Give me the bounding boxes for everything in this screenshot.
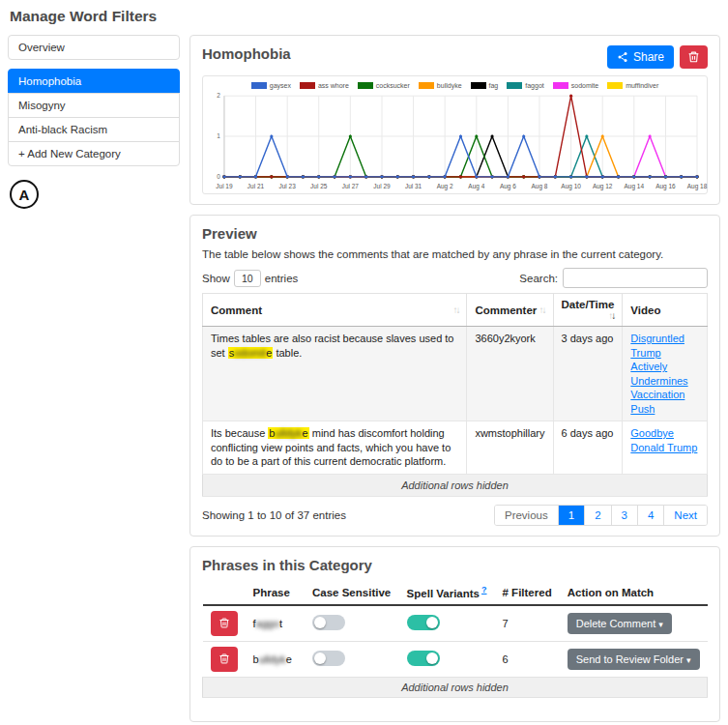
column-header-case-sensitive: Case Sensitive xyxy=(305,580,399,605)
pagination-previous[interactable]: Previous xyxy=(495,506,558,525)
video-cell: Goodbye Donald Trump xyxy=(623,421,708,475)
sidebar-group-categories: Homophobia Misogyny Anti-black Racism + … xyxy=(8,69,180,166)
column-header-datetime[interactable]: Date/Time↑↓ xyxy=(553,294,623,327)
delete-category-button[interactable] xyxy=(680,45,708,69)
svg-text:Aug 2: Aug 2 xyxy=(437,183,453,190)
column-header-delete xyxy=(203,580,246,605)
sort-icon[interactable]: ↑↓ xyxy=(539,304,545,315)
table-controls: Show10entries Search: xyxy=(202,268,708,288)
filtered-count: 6 xyxy=(495,641,560,677)
show-label: Show xyxy=(202,273,230,284)
sidebar-item-anti-black-racism[interactable]: Anti-black Racism xyxy=(8,117,180,142)
entries-select[interactable]: 10 xyxy=(234,270,261,287)
legend-label: bulldyke xyxy=(437,82,462,89)
help-icon[interactable]: ? xyxy=(481,585,487,594)
pagination-page-1[interactable]: 1 xyxy=(558,506,584,525)
svg-text:Aug 16: Aug 16 xyxy=(655,183,676,190)
svg-text:2: 2 xyxy=(217,92,220,99)
filtered-count: 7 xyxy=(495,605,560,642)
sidebar-item-add-new-category[interactable]: + Add New Category xyxy=(8,141,180,166)
column-header-phrase: Phrase xyxy=(246,580,306,605)
legend-label: cocksucker xyxy=(376,82,410,89)
sidebar-item-homophobia[interactable]: Homophobia xyxy=(8,69,180,94)
entries-status: Showing 1 to 10 of 37 entries xyxy=(202,509,346,521)
chart-canvas: 012Jul 19Jul 21Jul 23Jul 25Jul 27Jul 29J… xyxy=(207,91,703,191)
action-cell: Send to Review Folder▾ xyxy=(560,641,708,677)
legend-swatch xyxy=(251,82,267,89)
legend-swatch xyxy=(358,82,373,89)
case-sensitive-toggle[interactable] xyxy=(312,651,345,666)
legend-item: ass whore xyxy=(300,82,349,89)
delete-phrase-button[interactable] xyxy=(211,647,238,672)
share-icon xyxy=(617,51,628,63)
legend-swatch xyxy=(607,82,623,89)
svg-text:Jul 31: Jul 31 xyxy=(405,183,422,189)
preview-table: ↑↓ Comment ↑↓ Commenter Date/Time↑↓ Vide… xyxy=(202,293,708,497)
comment-cell: Its because bulldyke mind has discomfort… xyxy=(203,421,467,475)
preview-card: Preview The table below shows the commen… xyxy=(189,215,720,536)
legend-label: muffindiver xyxy=(626,82,658,89)
svg-text:Aug 8: Aug 8 xyxy=(532,183,548,190)
spell-variants-toggle[interactable] xyxy=(407,615,440,630)
case-sensitive-cell xyxy=(305,605,399,642)
svg-text:0: 0 xyxy=(217,173,220,180)
sidebar-item-overview[interactable]: Overview xyxy=(8,35,180,60)
search-wrap: Search: xyxy=(519,268,708,288)
legend-swatch xyxy=(471,82,486,89)
preview-title: Preview xyxy=(202,225,708,242)
legend-item: sodomite xyxy=(553,82,598,89)
legend-item: gaysex xyxy=(251,82,291,89)
column-header-action: Action on Match xyxy=(560,580,708,605)
video-cell: Disgruntled Trump Actively Undermines Va… xyxy=(623,327,708,421)
column-header-comment[interactable]: ↑↓ Comment xyxy=(203,294,467,327)
datetime-cell: 6 days ago xyxy=(553,421,623,475)
legend-item: fag xyxy=(471,82,499,89)
trash-icon xyxy=(218,652,230,665)
share-button-label: Share xyxy=(633,50,664,64)
legend-item: muffindiver xyxy=(607,82,658,89)
chart-legend: gaysexass whorecocksuckerbulldykefagfagg… xyxy=(207,82,703,89)
share-button[interactable]: Share xyxy=(607,45,674,69)
column-header-video[interactable]: Video xyxy=(623,294,708,327)
column-header-commenter[interactable]: ↑↓ Commenter xyxy=(467,294,553,327)
search-input[interactable] xyxy=(563,268,708,288)
entries-label: entries xyxy=(265,273,299,284)
sort-icon[interactable]: ↑↓ xyxy=(608,310,614,321)
legend-swatch xyxy=(553,82,568,89)
sidebar-item-misogyny[interactable]: Misogyny xyxy=(8,93,180,118)
category-chart-card: Homophobia Share xyxy=(189,35,720,205)
phrases-table: Phrase Case Sensitive Spell Variants? # … xyxy=(202,580,708,698)
page-layout: Overview Homophobia Misogyny Anti-black … xyxy=(8,35,720,725)
case-sensitive-toggle[interactable] xyxy=(312,615,345,630)
spell-variants-cell xyxy=(399,641,495,677)
phrases-card: Phrases in this Category Phrase Case Sen… xyxy=(189,546,720,722)
svg-text:Aug 6: Aug 6 xyxy=(500,183,516,190)
page-title: Manage Word Filters xyxy=(10,8,720,25)
chart-header: Homophobia Share xyxy=(202,45,708,69)
phrases-title: Phrases in this Category xyxy=(202,557,708,573)
main-content: Homophobia Share xyxy=(189,35,720,725)
hidden-rows-note: Additional rows hidden xyxy=(203,474,708,497)
preview-table-header-row: ↑↓ Comment ↑↓ Commenter Date/Time↑↓ Vide… xyxy=(203,294,708,327)
matched-phrase: sodomite xyxy=(228,347,274,359)
delete-cell xyxy=(203,605,246,642)
svg-text:Aug 10: Aug 10 xyxy=(561,183,581,190)
action-on-match-dropdown[interactable]: Send to Review Folder▾ xyxy=(568,649,700,670)
preview-description: The table below shows the comments that … xyxy=(202,248,708,260)
svg-text:Aug 14: Aug 14 xyxy=(625,183,645,190)
delete-phrase-button[interactable] xyxy=(211,611,238,636)
pagination-next[interactable]: Next xyxy=(663,506,707,525)
spell-variants-toggle[interactable] xyxy=(407,651,440,666)
commenter-cell: xwmstophillary xyxy=(467,421,553,475)
svg-text:Aug 4: Aug 4 xyxy=(468,183,484,190)
video-link[interactable]: Disgruntled Trump Actively Undermines Va… xyxy=(630,333,687,415)
pagination-page-3[interactable]: 3 xyxy=(611,506,637,525)
pagination-page-2[interactable]: 2 xyxy=(584,506,610,525)
search-label: Search: xyxy=(519,273,558,284)
case-sensitive-cell xyxy=(305,641,399,677)
sort-icon[interactable]: ↑↓ xyxy=(452,304,458,315)
pagination-page-4[interactable]: 4 xyxy=(637,506,663,525)
video-link[interactable]: Goodbye Donald Trump xyxy=(630,427,697,453)
action-on-match-dropdown[interactable]: Delete Comment▾ xyxy=(568,613,672,634)
phrase-cell: bulldyke xyxy=(246,641,306,677)
